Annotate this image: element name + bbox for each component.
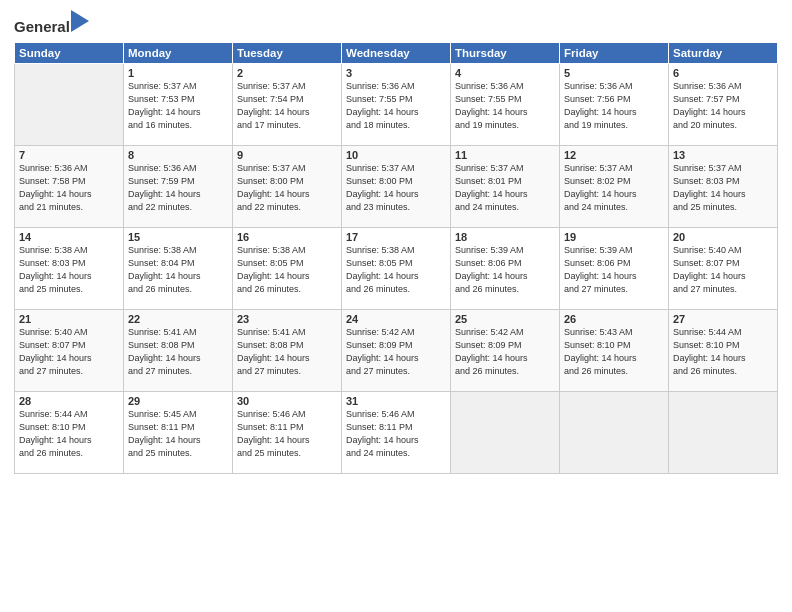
day-info: Sunrise: 5:40 AM Sunset: 8:07 PM Dayligh… xyxy=(673,244,773,296)
day-info: Sunrise: 5:45 AM Sunset: 8:11 PM Dayligh… xyxy=(128,408,228,460)
day-number: 14 xyxy=(19,231,119,243)
day-number: 13 xyxy=(673,149,773,161)
calendar-cell: 29Sunrise: 5:45 AM Sunset: 8:11 PM Dayli… xyxy=(124,392,233,474)
day-number: 21 xyxy=(19,313,119,325)
logo-text: General xyxy=(14,10,89,36)
day-info: Sunrise: 5:36 AM Sunset: 7:56 PM Dayligh… xyxy=(564,80,664,132)
day-number: 11 xyxy=(455,149,555,161)
day-number: 29 xyxy=(128,395,228,407)
day-number: 22 xyxy=(128,313,228,325)
calendar-cell: 27Sunrise: 5:44 AM Sunset: 8:10 PM Dayli… xyxy=(669,310,778,392)
day-number: 30 xyxy=(237,395,337,407)
day-info: Sunrise: 5:37 AM Sunset: 8:01 PM Dayligh… xyxy=(455,162,555,214)
calendar-cell: 7Sunrise: 5:36 AM Sunset: 7:58 PM Daylig… xyxy=(15,146,124,228)
day-info: Sunrise: 5:38 AM Sunset: 8:03 PM Dayligh… xyxy=(19,244,119,296)
day-number: 24 xyxy=(346,313,446,325)
day-info: Sunrise: 5:37 AM Sunset: 8:00 PM Dayligh… xyxy=(237,162,337,214)
day-info: Sunrise: 5:42 AM Sunset: 8:09 PM Dayligh… xyxy=(346,326,446,378)
day-number: 7 xyxy=(19,149,119,161)
logo-arrow-icon xyxy=(71,10,89,32)
day-info: Sunrise: 5:37 AM Sunset: 8:02 PM Dayligh… xyxy=(564,162,664,214)
col-header-tuesday: Tuesday xyxy=(233,43,342,64)
calendar-week-row: 14Sunrise: 5:38 AM Sunset: 8:03 PM Dayli… xyxy=(15,228,778,310)
col-header-sunday: Sunday xyxy=(15,43,124,64)
calendar-cell: 3Sunrise: 5:36 AM Sunset: 7:55 PM Daylig… xyxy=(342,64,451,146)
calendar-cell: 10Sunrise: 5:37 AM Sunset: 8:00 PM Dayli… xyxy=(342,146,451,228)
day-info: Sunrise: 5:36 AM Sunset: 7:57 PM Dayligh… xyxy=(673,80,773,132)
day-number: 26 xyxy=(564,313,664,325)
calendar-cell: 6Sunrise: 5:36 AM Sunset: 7:57 PM Daylig… xyxy=(669,64,778,146)
day-info: Sunrise: 5:43 AM Sunset: 8:10 PM Dayligh… xyxy=(564,326,664,378)
calendar-week-row: 21Sunrise: 5:40 AM Sunset: 8:07 PM Dayli… xyxy=(15,310,778,392)
day-number: 27 xyxy=(673,313,773,325)
day-number: 3 xyxy=(346,67,446,79)
calendar-cell: 15Sunrise: 5:38 AM Sunset: 8:04 PM Dayli… xyxy=(124,228,233,310)
day-info: Sunrise: 5:38 AM Sunset: 8:05 PM Dayligh… xyxy=(237,244,337,296)
col-header-friday: Friday xyxy=(560,43,669,64)
calendar-cell: 28Sunrise: 5:44 AM Sunset: 8:10 PM Dayli… xyxy=(15,392,124,474)
calendar-cell: 11Sunrise: 5:37 AM Sunset: 8:01 PM Dayli… xyxy=(451,146,560,228)
day-info: Sunrise: 5:39 AM Sunset: 8:06 PM Dayligh… xyxy=(564,244,664,296)
calendar-cell: 17Sunrise: 5:38 AM Sunset: 8:05 PM Dayli… xyxy=(342,228,451,310)
calendar-cell xyxy=(560,392,669,474)
day-number: 23 xyxy=(237,313,337,325)
svg-marker-0 xyxy=(71,10,89,32)
day-number: 4 xyxy=(455,67,555,79)
calendar-cell: 18Sunrise: 5:39 AM Sunset: 8:06 PM Dayli… xyxy=(451,228,560,310)
calendar-cell: 2Sunrise: 5:37 AM Sunset: 7:54 PM Daylig… xyxy=(233,64,342,146)
day-number: 10 xyxy=(346,149,446,161)
day-number: 5 xyxy=(564,67,664,79)
day-info: Sunrise: 5:38 AM Sunset: 8:04 PM Dayligh… xyxy=(128,244,228,296)
day-number: 16 xyxy=(237,231,337,243)
page: General SundayMondayTuesdayWednesdayThur… xyxy=(0,0,792,612)
calendar-header-row: SundayMondayTuesdayWednesdayThursdayFrid… xyxy=(15,43,778,64)
calendar-cell: 31Sunrise: 5:46 AM Sunset: 8:11 PM Dayli… xyxy=(342,392,451,474)
day-info: Sunrise: 5:46 AM Sunset: 8:11 PM Dayligh… xyxy=(346,408,446,460)
calendar-cell: 25Sunrise: 5:42 AM Sunset: 8:09 PM Dayli… xyxy=(451,310,560,392)
day-number: 15 xyxy=(128,231,228,243)
calendar-cell: 26Sunrise: 5:43 AM Sunset: 8:10 PM Dayli… xyxy=(560,310,669,392)
day-info: Sunrise: 5:39 AM Sunset: 8:06 PM Dayligh… xyxy=(455,244,555,296)
day-info: Sunrise: 5:37 AM Sunset: 8:00 PM Dayligh… xyxy=(346,162,446,214)
calendar-cell xyxy=(669,392,778,474)
day-info: Sunrise: 5:38 AM Sunset: 8:05 PM Dayligh… xyxy=(346,244,446,296)
col-header-wednesday: Wednesday xyxy=(342,43,451,64)
logo-general: General xyxy=(14,18,70,35)
calendar-cell: 4Sunrise: 5:36 AM Sunset: 7:55 PM Daylig… xyxy=(451,64,560,146)
day-info: Sunrise: 5:46 AM Sunset: 8:11 PM Dayligh… xyxy=(237,408,337,460)
calendar-cell: 22Sunrise: 5:41 AM Sunset: 8:08 PM Dayli… xyxy=(124,310,233,392)
day-info: Sunrise: 5:41 AM Sunset: 8:08 PM Dayligh… xyxy=(128,326,228,378)
col-header-saturday: Saturday xyxy=(669,43,778,64)
day-number: 17 xyxy=(346,231,446,243)
day-number: 28 xyxy=(19,395,119,407)
calendar-cell: 30Sunrise: 5:46 AM Sunset: 8:11 PM Dayli… xyxy=(233,392,342,474)
col-header-thursday: Thursday xyxy=(451,43,560,64)
day-info: Sunrise: 5:36 AM Sunset: 7:55 PM Dayligh… xyxy=(346,80,446,132)
day-number: 1 xyxy=(128,67,228,79)
day-info: Sunrise: 5:37 AM Sunset: 8:03 PM Dayligh… xyxy=(673,162,773,214)
calendar-week-row: 7Sunrise: 5:36 AM Sunset: 7:58 PM Daylig… xyxy=(15,146,778,228)
day-info: Sunrise: 5:36 AM Sunset: 7:55 PM Dayligh… xyxy=(455,80,555,132)
day-info: Sunrise: 5:41 AM Sunset: 8:08 PM Dayligh… xyxy=(237,326,337,378)
day-info: Sunrise: 5:44 AM Sunset: 8:10 PM Dayligh… xyxy=(19,408,119,460)
day-number: 25 xyxy=(455,313,555,325)
day-number: 2 xyxy=(237,67,337,79)
col-header-monday: Monday xyxy=(124,43,233,64)
day-number: 18 xyxy=(455,231,555,243)
day-info: Sunrise: 5:36 AM Sunset: 7:59 PM Dayligh… xyxy=(128,162,228,214)
calendar-cell: 16Sunrise: 5:38 AM Sunset: 8:05 PM Dayli… xyxy=(233,228,342,310)
calendar-cell xyxy=(15,64,124,146)
calendar-cell: 23Sunrise: 5:41 AM Sunset: 8:08 PM Dayli… xyxy=(233,310,342,392)
calendar-cell xyxy=(451,392,560,474)
calendar-cell: 1Sunrise: 5:37 AM Sunset: 7:53 PM Daylig… xyxy=(124,64,233,146)
calendar-table: SundayMondayTuesdayWednesdayThursdayFrid… xyxy=(14,42,778,474)
day-number: 19 xyxy=(564,231,664,243)
day-info: Sunrise: 5:36 AM Sunset: 7:58 PM Dayligh… xyxy=(19,162,119,214)
day-info: Sunrise: 5:40 AM Sunset: 8:07 PM Dayligh… xyxy=(19,326,119,378)
logo: General xyxy=(14,10,89,36)
day-number: 8 xyxy=(128,149,228,161)
calendar-week-row: 1Sunrise: 5:37 AM Sunset: 7:53 PM Daylig… xyxy=(15,64,778,146)
calendar-cell: 20Sunrise: 5:40 AM Sunset: 8:07 PM Dayli… xyxy=(669,228,778,310)
calendar-cell: 19Sunrise: 5:39 AM Sunset: 8:06 PM Dayli… xyxy=(560,228,669,310)
header: General xyxy=(14,10,778,36)
